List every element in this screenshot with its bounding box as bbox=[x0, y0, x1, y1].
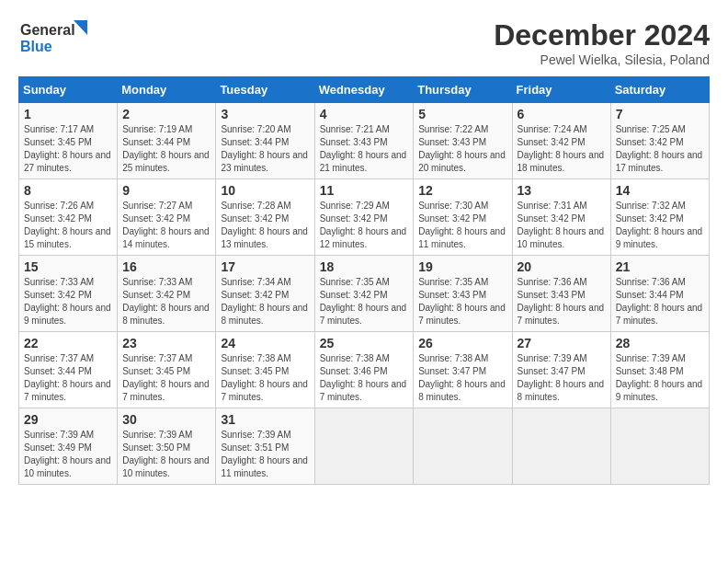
day-number: 28 bbox=[616, 336, 704, 350]
day-info: Sunrise: 7:28 AMSunset: 3:42 PMDaylight:… bbox=[221, 200, 309, 251]
day-info: Sunrise: 7:19 AMSunset: 3:44 PMDaylight:… bbox=[122, 123, 210, 175]
calendar-row: 8Sunrise: 7:26 AMSunset: 3:42 PMDaylight… bbox=[19, 179, 710, 256]
calendar-cell: 13Sunrise: 7:31 AMSunset: 3:42 PMDayligh… bbox=[512, 179, 610, 256]
calendar-cell: 15Sunrise: 7:33 AMSunset: 3:42 PMDayligh… bbox=[19, 256, 118, 332]
col-friday: Friday bbox=[512, 77, 610, 103]
calendar-cell: 23Sunrise: 7:37 AMSunset: 3:45 PMDayligh… bbox=[118, 332, 216, 408]
calendar-cell bbox=[414, 408, 512, 485]
header-row: Sunday Monday Tuesday Wednesday Thursday… bbox=[19, 77, 710, 103]
calendar-cell: 19Sunrise: 7:35 AMSunset: 3:43 PMDayligh… bbox=[414, 256, 512, 332]
day-info: Sunrise: 7:21 AMSunset: 3:43 PMDaylight:… bbox=[320, 123, 409, 175]
calendar-cell bbox=[512, 408, 610, 485]
day-info: Sunrise: 7:39 AMSunset: 3:50 PMDaylight:… bbox=[122, 429, 210, 480]
calendar-cell: 25Sunrise: 7:38 AMSunset: 3:46 PMDayligh… bbox=[314, 332, 414, 408]
calendar-cell: 28Sunrise: 7:39 AMSunset: 3:48 PMDayligh… bbox=[610, 332, 709, 408]
calendar-cell: 17Sunrise: 7:34 AMSunset: 3:42 PMDayligh… bbox=[216, 256, 314, 332]
calendar-row: 1Sunrise: 7:17 AMSunset: 3:45 PMDaylight… bbox=[19, 103, 710, 179]
day-number: 27 bbox=[518, 336, 606, 350]
day-number: 11 bbox=[320, 183, 409, 198]
calendar-cell: 11Sunrise: 7:29 AMSunset: 3:42 PMDayligh… bbox=[314, 179, 414, 256]
calendar-cell bbox=[314, 408, 414, 485]
day-number: 13 bbox=[518, 183, 606, 198]
logo: GeneralBlue bbox=[18, 18, 101, 57]
day-info: Sunrise: 7:37 AMSunset: 3:45 PMDaylight:… bbox=[122, 352, 210, 404]
day-info: Sunrise: 7:31 AMSunset: 3:42 PMDaylight:… bbox=[518, 200, 606, 251]
calendar-cell: 30Sunrise: 7:39 AMSunset: 3:50 PMDayligh… bbox=[118, 408, 216, 485]
calendar-cell: 22Sunrise: 7:37 AMSunset: 3:44 PMDayligh… bbox=[19, 332, 118, 408]
day-number: 6 bbox=[518, 107, 606, 121]
day-info: Sunrise: 7:33 AMSunset: 3:42 PMDaylight:… bbox=[122, 276, 210, 327]
logo-svg: GeneralBlue bbox=[18, 18, 101, 57]
day-number: 21 bbox=[616, 259, 704, 274]
day-number: 2 bbox=[122, 107, 210, 121]
calendar-table: Sunday Monday Tuesday Wednesday Thursday… bbox=[18, 76, 710, 485]
month-title: December 2024 bbox=[494, 18, 710, 52]
day-number: 14 bbox=[616, 183, 704, 198]
day-number: 24 bbox=[221, 336, 309, 350]
day-info: Sunrise: 7:33 AMSunset: 3:42 PMDaylight:… bbox=[24, 276, 112, 327]
day-info: Sunrise: 7:36 AMSunset: 3:44 PMDaylight:… bbox=[616, 276, 704, 327]
col-sunday: Sunday bbox=[19, 77, 118, 103]
calendar-cell: 21Sunrise: 7:36 AMSunset: 3:44 PMDayligh… bbox=[610, 256, 709, 332]
calendar-cell: 26Sunrise: 7:38 AMSunset: 3:47 PMDayligh… bbox=[414, 332, 512, 408]
day-number: 10 bbox=[221, 183, 309, 198]
calendar-cell: 18Sunrise: 7:35 AMSunset: 3:42 PMDayligh… bbox=[314, 256, 414, 332]
day-number: 9 bbox=[122, 183, 210, 198]
day-number: 31 bbox=[221, 412, 309, 427]
calendar-row: 22Sunrise: 7:37 AMSunset: 3:44 PMDayligh… bbox=[19, 332, 710, 408]
calendar-cell: 6Sunrise: 7:24 AMSunset: 3:42 PMDaylight… bbox=[512, 103, 610, 179]
calendar-cell: 31Sunrise: 7:39 AMSunset: 3:51 PMDayligh… bbox=[216, 408, 314, 485]
col-thursday: Thursday bbox=[414, 77, 512, 103]
calendar-cell: 1Sunrise: 7:17 AMSunset: 3:45 PMDaylight… bbox=[19, 103, 118, 179]
day-info: Sunrise: 7:25 AMSunset: 3:42 PMDaylight:… bbox=[616, 123, 704, 175]
day-number: 8 bbox=[24, 183, 112, 198]
day-info: Sunrise: 7:35 AMSunset: 3:42 PMDaylight:… bbox=[320, 276, 409, 327]
day-info: Sunrise: 7:34 AMSunset: 3:42 PMDaylight:… bbox=[221, 276, 309, 327]
day-info: Sunrise: 7:32 AMSunset: 3:42 PMDaylight:… bbox=[616, 200, 704, 251]
col-tuesday: Tuesday bbox=[216, 77, 314, 103]
day-info: Sunrise: 7:38 AMSunset: 3:46 PMDaylight:… bbox=[320, 352, 409, 404]
location-title: Pewel Wielka, Silesia, Poland bbox=[494, 52, 710, 67]
day-number: 19 bbox=[418, 259, 506, 274]
calendar-cell: 20Sunrise: 7:36 AMSunset: 3:43 PMDayligh… bbox=[512, 256, 610, 332]
svg-text:Blue: Blue bbox=[20, 39, 52, 54]
day-info: Sunrise: 7:36 AMSunset: 3:43 PMDaylight:… bbox=[518, 276, 606, 327]
day-info: Sunrise: 7:37 AMSunset: 3:44 PMDaylight:… bbox=[24, 352, 112, 404]
day-number: 1 bbox=[24, 107, 112, 121]
day-number: 23 bbox=[122, 336, 210, 350]
day-number: 7 bbox=[616, 107, 704, 121]
calendar-cell: 12Sunrise: 7:30 AMSunset: 3:42 PMDayligh… bbox=[414, 179, 512, 256]
day-info: Sunrise: 7:26 AMSunset: 3:42 PMDaylight:… bbox=[24, 200, 112, 251]
svg-text:General: General bbox=[20, 22, 75, 38]
col-wednesday: Wednesday bbox=[314, 77, 414, 103]
calendar-cell: 10Sunrise: 7:28 AMSunset: 3:42 PMDayligh… bbox=[216, 179, 314, 256]
day-number: 4 bbox=[320, 107, 409, 121]
col-saturday: Saturday bbox=[610, 77, 709, 103]
calendar-cell: 7Sunrise: 7:25 AMSunset: 3:42 PMDaylight… bbox=[610, 103, 709, 179]
calendar-cell: 27Sunrise: 7:39 AMSunset: 3:47 PMDayligh… bbox=[512, 332, 610, 408]
calendar-row: 15Sunrise: 7:33 AMSunset: 3:42 PMDayligh… bbox=[19, 256, 710, 332]
day-info: Sunrise: 7:39 AMSunset: 3:48 PMDaylight:… bbox=[616, 352, 704, 404]
calendar-cell: 4Sunrise: 7:21 AMSunset: 3:43 PMDaylight… bbox=[314, 103, 414, 179]
day-info: Sunrise: 7:38 AMSunset: 3:45 PMDaylight:… bbox=[221, 352, 309, 404]
calendar-cell: 9Sunrise: 7:27 AMSunset: 3:42 PMDaylight… bbox=[118, 179, 216, 256]
day-number: 18 bbox=[320, 259, 409, 274]
day-info: Sunrise: 7:29 AMSunset: 3:42 PMDaylight:… bbox=[320, 200, 409, 251]
day-info: Sunrise: 7:30 AMSunset: 3:42 PMDaylight:… bbox=[418, 200, 506, 251]
calendar-cell: 8Sunrise: 7:26 AMSunset: 3:42 PMDaylight… bbox=[19, 179, 118, 256]
day-number: 16 bbox=[122, 259, 210, 274]
day-number: 25 bbox=[320, 336, 409, 350]
day-info: Sunrise: 7:39 AMSunset: 3:49 PMDaylight:… bbox=[24, 429, 112, 480]
day-info: Sunrise: 7:22 AMSunset: 3:43 PMDaylight:… bbox=[418, 123, 506, 175]
day-number: 12 bbox=[418, 183, 506, 198]
day-number: 15 bbox=[24, 259, 112, 274]
calendar-cell: 3Sunrise: 7:20 AMSunset: 3:44 PMDaylight… bbox=[216, 103, 314, 179]
day-info: Sunrise: 7:39 AMSunset: 3:47 PMDaylight:… bbox=[518, 352, 606, 404]
day-number: 5 bbox=[418, 107, 506, 121]
day-info: Sunrise: 7:17 AMSunset: 3:45 PMDaylight:… bbox=[24, 123, 112, 175]
title-area: December 2024 Pewel Wielka, Silesia, Pol… bbox=[494, 18, 710, 67]
calendar-cell: 16Sunrise: 7:33 AMSunset: 3:42 PMDayligh… bbox=[118, 256, 216, 332]
calendar-cell: 14Sunrise: 7:32 AMSunset: 3:42 PMDayligh… bbox=[610, 179, 709, 256]
day-info: Sunrise: 7:24 AMSunset: 3:42 PMDaylight:… bbox=[518, 123, 606, 175]
svg-marker-0 bbox=[74, 20, 87, 35]
